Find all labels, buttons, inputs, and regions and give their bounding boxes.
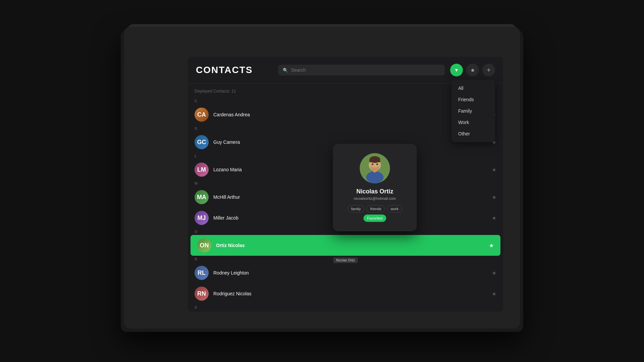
add-contact-button[interactable]: + <box>482 64 495 76</box>
contact-tag: friends <box>367 205 385 213</box>
contact-name: Cardenas Andrea <box>213 112 492 117</box>
filter-icon: ▼ <box>454 67 459 73</box>
svg-point-2 <box>366 171 384 183</box>
filter-button[interactable]: ▼ <box>450 64 463 76</box>
contact-name: Ortiz Nicolas <box>216 243 489 248</box>
contact-star[interactable]: ★ <box>492 215 496 221</box>
avatar: ON <box>197 238 211 252</box>
card-avatar <box>360 153 390 183</box>
contact-star[interactable]: ★ <box>492 291 496 297</box>
contact-tag: Favorited <box>364 215 386 222</box>
filter-friends[interactable]: Friends <box>451 94 495 105</box>
filter-other[interactable]: Other <box>451 128 495 139</box>
svg-point-5 <box>376 164 378 165</box>
svg-point-4 <box>372 164 373 165</box>
contact-name: Rodriguez Nicolas <box>213 291 492 296</box>
search-icon: 🔍 <box>283 68 288 73</box>
search-input[interactable] <box>291 67 440 73</box>
section-letter-s: S <box>188 304 503 311</box>
avatar: MA <box>195 190 209 204</box>
contact-row[interactable]: ONOrtiz Nicolas★Nicolas Ortiz <box>191 235 500 256</box>
app-title: CONTACTS <box>196 65 253 75</box>
contact-tag: family <box>347 205 365 213</box>
avatar-image <box>360 153 390 183</box>
filter-dropdown: All Friends Family Work Other <box>451 80 495 142</box>
contact-tooltip: Nicolas Ortiz <box>333 257 358 263</box>
contact-card-popup: Nicolas Ortiz nicoalsortiz@hotmail.com f… <box>333 144 417 231</box>
star-icon: ★ <box>470 67 475 73</box>
filter-work[interactable]: Work <box>451 117 495 128</box>
filter-all[interactable]: All <box>451 82 495 94</box>
contact-tag: work <box>387 205 402 213</box>
contact-row[interactable]: RLRodney Leighton★ <box>188 262 503 283</box>
contact-name: Rodney Leighton <box>213 270 492 276</box>
avatar: LM <box>195 163 209 177</box>
header-actions: ▼ ★ + <box>450 64 495 76</box>
avatar: MJ <box>195 211 209 225</box>
contact-row[interactable]: RNRodriguez Nicolas★ <box>188 283 503 304</box>
card-tags: familyfriendsworkFavorited <box>344 205 406 222</box>
avatar: RL <box>195 266 209 280</box>
svg-rect-7 <box>370 160 380 162</box>
contact-star[interactable]: ★ <box>492 270 496 276</box>
favorites-button[interactable]: ★ <box>466 64 479 76</box>
filter-family[interactable]: Family <box>451 105 495 117</box>
search-box[interactable]: 🔍 <box>278 65 445 75</box>
contact-star[interactable]: ★ <box>489 242 494 249</box>
contact-star[interactable]: ★ <box>492 194 496 200</box>
card-email: nicoalsortiz@hotmail.com <box>344 196 406 200</box>
contact-star[interactable]: ★ <box>492 167 496 173</box>
contact-row[interactable]: SMSmith Maria★ <box>188 311 503 312</box>
avatar: GC <box>195 135 209 149</box>
card-name: Nicolas Ortiz <box>344 188 406 195</box>
avatar: CA <box>195 108 209 122</box>
plus-icon: + <box>487 66 491 74</box>
avatar: RN <box>195 287 209 301</box>
app-header: CONTACTS 🔍 ▼ ★ + All Friends <box>188 57 503 83</box>
